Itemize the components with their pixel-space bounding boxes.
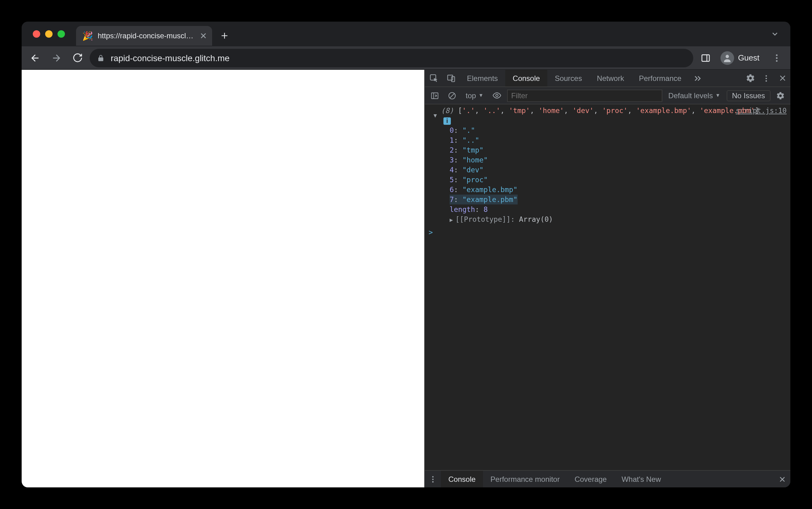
browser-tab[interactable]: 🎉 https://rapid-concise-muscle.g ✕: [76, 26, 212, 46]
profile-label: Guest: [738, 53, 759, 62]
length-value: 8: [483, 205, 488, 214]
console-settings-icon[interactable]: [773, 88, 788, 103]
drawer-tab-what's-new[interactable]: What's New: [614, 471, 668, 487]
console-sidebar-toggle-icon[interactable]: [427, 88, 442, 103]
log-levels-selector[interactable]: Default levels ▼: [664, 91, 724, 100]
svg-rect-9: [447, 75, 452, 80]
window-close-button[interactable]: [33, 30, 40, 38]
new-tab-button[interactable]: ＋: [216, 27, 233, 44]
array-entry[interactable]: 0: ".": [449, 125, 788, 135]
svg-rect-16: [432, 93, 438, 99]
url-text: rapid-concise-muscle.glitch.me: [111, 53, 229, 63]
array-entry[interactable]: 5: "proc": [449, 175, 788, 185]
chevron-down-icon: ▼: [715, 93, 720, 98]
drawer-close-icon[interactable]: [774, 471, 790, 487]
svg-rect-2: [702, 54, 710, 61]
proto-value: Array(0): [519, 215, 553, 224]
console-output[interactable]: script.js:10 ▼ (8) ['.', '..', 'tmp', 'h…: [425, 104, 790, 470]
tab-favicon-icon: 🎉: [82, 31, 93, 41]
inspect-element-icon[interactable]: [425, 70, 442, 87]
array-entry[interactable]: 4: "dev": [449, 165, 788, 175]
issues-button[interactable]: No Issues: [726, 90, 771, 101]
svg-point-11: [766, 75, 767, 77]
avatar-icon: [721, 51, 735, 65]
devtools-tab-sources[interactable]: Sources: [547, 70, 589, 87]
back-button[interactable]: [27, 49, 44, 66]
devtools-tab-elements[interactable]: Elements: [460, 70, 505, 87]
expand-icon[interactable]: ▶: [449, 215, 453, 225]
chevron-down-icon: ▼: [478, 93, 483, 98]
console-log-entry: ▼ (8) ['.', '..', 'tmp', 'home', 'dev', …: [425, 104, 790, 226]
array-entry[interactable]: 7: "example.pbm": [449, 195, 517, 204]
length-property: length: [449, 205, 475, 214]
array-entry[interactable]: 2: "tmp": [449, 145, 788, 155]
drawer-tab-performance-monitor[interactable]: Performance monitor: [483, 471, 567, 487]
svg-point-12: [766, 77, 767, 79]
devtools-tab-network[interactable]: Network: [589, 70, 631, 87]
browser-toolbar: rapid-concise-muscle.glitch.me Guest: [22, 46, 790, 70]
tab-close-icon[interactable]: ✕: [200, 31, 207, 41]
svg-line-19: [450, 93, 454, 98]
console-prompt[interactable]: >: [425, 226, 790, 238]
side-panel-icon[interactable]: [697, 49, 715, 66]
array-entry[interactable]: 1: "..": [449, 135, 788, 145]
levels-label: Default levels: [668, 91, 713, 100]
clear-console-icon[interactable]: [445, 88, 460, 103]
drawer-tab-console[interactable]: Console: [441, 471, 483, 487]
more-tabs-icon[interactable]: [689, 70, 706, 87]
devtools-panel: ElementsConsoleSourcesNetworkPerformance: [424, 70, 790, 487]
array-entry[interactable]: 6: "example.bmp": [449, 185, 788, 195]
svg-point-4: [726, 54, 729, 58]
browser-menu-icon[interactable]: [768, 49, 785, 66]
svg-point-23: [432, 481, 434, 482]
svg-point-5: [776, 54, 777, 56]
window-menu-icon[interactable]: [764, 30, 785, 38]
reload-button[interactable]: [69, 49, 86, 66]
svg-point-21: [432, 476, 434, 477]
console-filter-input[interactable]: [507, 89, 662, 102]
console-toolbar: top ▼ Default levels ▼ No Issues: [425, 87, 790, 104]
profile-button[interactable]: Guest: [718, 50, 764, 66]
collapse-icon[interactable]: ▼: [434, 110, 437, 121]
devtools-tab-console[interactable]: Console: [505, 70, 547, 87]
svg-rect-10: [451, 77, 454, 81]
browser-window: 🎉 https://rapid-concise-muscle.g ✕ ＋: [22, 22, 790, 487]
proto-label: [[Prototype]]: [456, 215, 510, 224]
devtools-drawer: ConsolePerformance monitorCoverageWhat's…: [425, 470, 790, 487]
prototype-row[interactable]: ▶[[Prototype]]: Array(0): [441, 214, 788, 225]
array-entry[interactable]: 3: "home": [449, 155, 788, 165]
live-expression-icon[interactable]: [490, 88, 504, 103]
devtools-tab-performance[interactable]: Performance: [631, 70, 689, 87]
page-viewport[interactable]: [22, 70, 424, 487]
address-bar[interactable]: rapid-concise-muscle.glitch.me: [90, 48, 694, 67]
execution-context-selector[interactable]: top ▼: [462, 91, 487, 100]
traffic-lights: [27, 30, 76, 38]
svg-point-22: [432, 478, 434, 480]
content-area: ElementsConsoleSourcesNetworkPerformance: [22, 70, 790, 487]
array-count: (8): [441, 106, 454, 115]
array-summary[interactable]: (8) ['.', '..', 'tmp', 'home', 'dev', 'p…: [441, 106, 788, 115]
devtools-menu-icon[interactable]: [758, 74, 774, 82]
device-toolbar-icon[interactable]: [442, 70, 460, 87]
tab-strip: 🎉 https://rapid-concise-muscle.g ✕ ＋: [22, 22, 790, 46]
devtools-close-icon[interactable]: [774, 74, 790, 82]
lock-icon: [97, 54, 104, 62]
context-label: top: [466, 91, 476, 100]
drawer-menu-icon[interactable]: [425, 471, 441, 487]
info-icon[interactable]: i: [443, 117, 451, 125]
svg-point-13: [766, 80, 767, 81]
tab-title: https://rapid-concise-muscle.g: [98, 32, 195, 40]
devtools-settings-icon[interactable]: [742, 73, 758, 83]
svg-point-20: [496, 94, 498, 97]
devtools-tab-bar: ElementsConsoleSourcesNetworkPerformance: [425, 70, 790, 87]
forward-button[interactable]: [48, 49, 65, 66]
svg-point-6: [776, 57, 777, 58]
array-summary-values: ['.', '..', 'tmp', 'home', 'dev', 'proc'…: [458, 106, 759, 115]
drawer-tab-coverage[interactable]: Coverage: [567, 471, 614, 487]
window-minimize-button[interactable]: [45, 30, 53, 38]
svg-point-7: [776, 60, 777, 62]
window-zoom-button[interactable]: [58, 30, 65, 38]
